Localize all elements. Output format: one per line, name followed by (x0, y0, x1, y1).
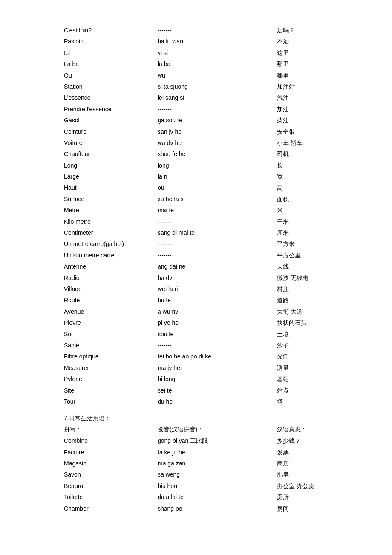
french-word: Combine (64, 436, 158, 445)
french-word: Magasin (64, 459, 158, 468)
table-row: Avenuea wu nv大街 大道 (64, 307, 341, 316)
phonetic-word: ou (158, 183, 277, 192)
french-word: Chamber (64, 504, 158, 513)
table-row: Voiturewa dv he小车 轿车 (64, 138, 341, 147)
section-7-header: 拼写：发音(汉语拼音)：汉语意思： (64, 426, 341, 434)
phonetic-word: yi si (158, 48, 277, 58)
chinese-word: 千米 (277, 217, 341, 226)
chinese-word: 大街 大道 (277, 307, 341, 316)
chinese-word: 司机 (277, 149, 341, 159)
phonetic-word: ang dai ne (158, 262, 277, 271)
phonetic-word: xu he fa si (158, 194, 277, 204)
chinese-word: 天线 (277, 262, 341, 271)
table-row: Beaurobiu hou办公室 办公桌 (64, 481, 341, 491)
chinese-word: 远吗？ (277, 26, 341, 35)
phonetic-word: du he (158, 397, 277, 406)
chinese-word: 柴油 (277, 116, 341, 125)
chinese-word: 站点 (277, 386, 341, 395)
phonetic-word: la ri (158, 172, 277, 181)
french-word: Radio (64, 273, 158, 283)
table-row: Stationsi ta sjuong加油站 (64, 82, 341, 91)
french-word: Fibre optique (64, 352, 158, 361)
chinese-word: 村庄 (277, 284, 341, 294)
french-word: Measurer (64, 363, 158, 373)
section-7: 7.日常生活用语：拼写：发音(汉语拼音)：汉语意思：Combinegong bi… (64, 415, 341, 513)
header-col2: 发音(汉语拼音)： (158, 426, 277, 434)
french-word: Pylone (64, 374, 158, 384)
chinese-word: 哪里 (277, 71, 341, 80)
table-row: Measurerma jv hei测量 (64, 363, 341, 373)
chinese-word: 这里 (277, 48, 341, 58)
chinese-word: 办公室 办公桌 (277, 481, 341, 491)
chinese-word: 发票 (277, 448, 341, 457)
table-row: Villagewei la ri村庄 (64, 284, 341, 294)
table-row: Solsou le土壤 (64, 330, 341, 339)
phonetic-word: ba lu wan (158, 37, 277, 46)
table-row: Sable-------沙子 (64, 341, 341, 350)
french-word: Pievre (64, 318, 158, 327)
chinese-word: 土壤 (277, 330, 341, 339)
chinese-word: 加油站 (277, 82, 341, 91)
chinese-word: 道路 (277, 295, 341, 305)
chinese-word: 基站 (277, 374, 341, 384)
table-row: Surfacexu he fa si面积 (64, 194, 341, 204)
chinese-word: 加油 (277, 104, 341, 114)
french-word: Un kilo metre carre (64, 251, 158, 260)
french-word: Antenne (64, 262, 158, 271)
table-row: Prendre l'essence-------加油 (64, 104, 341, 114)
phonetic-word: san jv he (158, 127, 277, 136)
french-word: Haut (64, 183, 158, 192)
chinese-word: 那里 (277, 59, 341, 69)
french-word: Site (64, 386, 158, 395)
table-row: Magasinma ga zan商店 (64, 459, 341, 468)
chinese-word: 厕所 (277, 492, 341, 502)
french-word: Pasloin (64, 37, 158, 46)
chinese-word: 米 (277, 205, 341, 215)
french-word: Toilette (64, 492, 158, 502)
phonetic-word: bi long (158, 374, 277, 384)
table-row: Facturefa ke ju he发票 (64, 448, 341, 457)
french-word: Metre (64, 205, 158, 215)
table-row: Ceinturesan jv he安全带 (64, 127, 341, 136)
table-row: Savonsa weng肥皂 (64, 470, 341, 479)
phonetic-word: wu (158, 71, 277, 80)
chinese-word: 安全带 (277, 127, 341, 136)
chinese-word: 平方公里 (277, 251, 341, 260)
french-word: Sable (64, 341, 158, 350)
french-word: Savon (64, 470, 158, 479)
phonetic-word: ------- (158, 217, 277, 226)
phonetic-word: wei la ri (158, 284, 277, 294)
french-word: Tour (64, 397, 158, 406)
phonetic-word: wa dv he (158, 138, 277, 147)
table-row: Chambershang po房间 (64, 504, 341, 513)
phonetic-word: mai te (158, 205, 277, 215)
phonetic-word: ------- (158, 251, 277, 260)
phonetic-word: pi ye he (158, 318, 277, 327)
table-row: L'essencelei sang si汽油 (64, 93, 341, 102)
chinese-word: 平方米 (277, 239, 341, 249)
french-word: Large (64, 172, 158, 181)
phonetic-word: lei sang si (158, 93, 277, 102)
table-row: Tourdu he塔 (64, 397, 341, 406)
french-word: Facture (64, 448, 158, 457)
chinese-word: 面积 (277, 194, 341, 204)
phonetic-word: sou le (158, 330, 277, 339)
header-col3: 汉语意思： (277, 426, 341, 434)
chinese-word: 商店 (277, 459, 341, 468)
chinese-word: 多少钱？ (277, 436, 341, 445)
chinese-word: 不远 (277, 37, 341, 46)
french-word: Kilo metre (64, 217, 158, 226)
section-7-title: 7.日常生活用语： (64, 415, 341, 422)
table-row: Combinegong bi yan 工比眼多少钱？ (64, 436, 341, 445)
phonetic-word: long (158, 161, 277, 170)
phonetic-word: ------- (158, 26, 277, 35)
table-row: Toilettedu a lai te厕所 (64, 492, 341, 502)
phonetic-word: sang di mai te (158, 228, 277, 237)
chinese-word: 汽油 (277, 93, 341, 102)
phonetic-word: ------- (158, 239, 277, 249)
french-word: Prendre l'essence (64, 104, 158, 114)
chinese-word: 沙子 (277, 341, 341, 350)
phonetic-word: ga sou le (158, 116, 277, 125)
table-row: Centimetersang di mai te厘米 (64, 228, 341, 237)
table-row: Sitesei te站点 (64, 386, 341, 395)
